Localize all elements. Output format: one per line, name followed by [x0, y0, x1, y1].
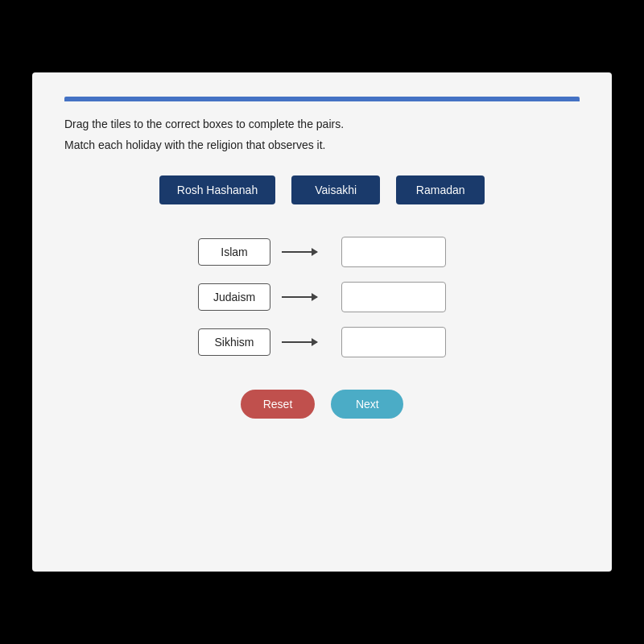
buttons-row: Reset Next [64, 390, 580, 419]
top-bar [64, 97, 580, 101]
religion-sikhism: Sikhism [198, 328, 270, 356]
match-row-islam: Islam [198, 237, 446, 267]
tile-rosh-hashanah[interactable]: Rosh Hashanah [159, 175, 275, 204]
tile-vaisakhi[interactable]: Vaisakhi [291, 175, 380, 204]
arrow-judaism [282, 296, 330, 298]
matching-area: Islam Judaism Sikhism [64, 237, 580, 357]
religion-islam: Islam [198, 238, 270, 266]
match-row-judaism: Judaism [198, 282, 446, 312]
reset-button[interactable]: Reset [241, 390, 316, 419]
arrow-sikhism [282, 341, 330, 343]
arrow-line-sikhism [282, 341, 317, 343]
religion-judaism: Judaism [198, 283, 270, 311]
next-button[interactable]: Next [331, 390, 403, 419]
arrow-line-islam [282, 251, 317, 253]
match-row-sikhism: Sikhism [198, 327, 446, 357]
instruction-match: Match each holiday with the religion tha… [64, 138, 580, 151]
tile-ramadan[interactable]: Ramadan [396, 175, 485, 204]
arrow-line-judaism [282, 296, 317, 298]
drop-box-judaism[interactable] [341, 282, 446, 312]
main-screen: Drag the tiles to the correct boxes to c… [32, 72, 612, 572]
instruction-drag: Drag the tiles to the correct boxes to c… [64, 118, 580, 130]
arrow-islam [282, 251, 330, 253]
drop-box-islam[interactable] [341, 237, 446, 267]
drop-box-sikhism[interactable] [341, 327, 446, 357]
tiles-row: Rosh Hashanah Vaisakhi Ramadan [64, 175, 580, 204]
